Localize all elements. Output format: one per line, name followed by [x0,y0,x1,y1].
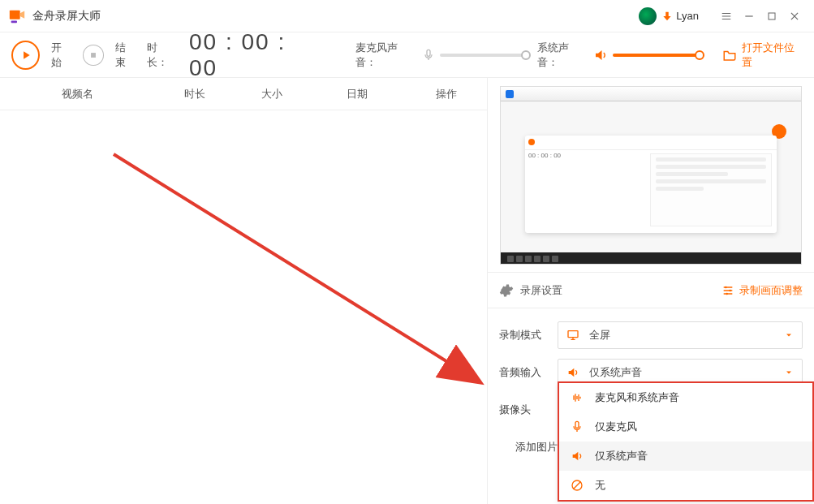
toolbar: 开始 结束 时长： 00 : 00 : 00 麦克风声音： 系统声音： 打开文件… [0,32,814,78]
audio-option-mic-only[interactable]: 仅麦克风 [559,412,812,442]
svg-rect-3 [769,13,775,19]
audio-option-sys-only[interactable]: 仅系统声音 [559,442,812,471]
mic-volume-slider[interactable] [440,54,527,57]
settings-header: 录屏设置 录制画面调整 [488,273,814,308]
folder-icon [722,48,737,62]
username[interactable]: Lyan [676,10,699,22]
microphone-icon [422,49,435,62]
th-size: 大小 [235,87,308,101]
minimize-button[interactable] [738,5,760,28]
duration-label: 时长： [147,41,178,70]
preview-area: 00 : 00 : 00 [488,78,814,273]
open-folder-button[interactable]: 打开文件位置 [722,41,803,70]
sliders-icon [721,284,734,297]
svg-rect-9 [568,331,578,338]
svg-rect-2 [11,20,17,23]
chevron-down-icon [784,368,794,377]
speaker-icon [593,48,608,62]
audio-label: 音频输入 [499,365,558,380]
avatar[interactable] [639,7,657,25]
svg-rect-0 [10,10,20,19]
chevron-down-icon [784,330,794,340]
waveform-icon [571,391,585,404]
start-record-button[interactable] [11,41,40,70]
audio-value: 仅系统声音 [589,365,642,380]
speaker-icon [566,366,581,379]
stop-record-button[interactable] [83,45,103,66]
th-action: 操作 [406,87,487,101]
recordings-panel: 视频名 时长 大小 日期 操作 [0,78,488,504]
menu-button[interactable] [715,5,738,28]
settings-title: 录屏设置 [520,283,562,298]
svg-point-6 [725,286,727,288]
sys-volume-label: 系统声音： [537,41,588,70]
gear-icon [499,283,514,298]
start-label: 开始 [51,41,71,70]
vip-badge-icon [661,11,673,22]
settings-body: 录制模式 全屏 音频输入 仅系统声音 [488,308,814,466]
svg-rect-5 [91,53,96,58]
adjust-label: 录制画面调整 [739,283,803,298]
close-button[interactable] [783,5,806,28]
maximize-button[interactable] [760,5,783,28]
monitor-icon [566,329,581,342]
app-title: 金舟录屏大师 [32,9,101,24]
svg-point-8 [726,292,728,295]
table-header: 视频名 时长 大小 日期 操作 [0,78,487,110]
adjust-button[interactable]: 录制画面调整 [721,283,803,298]
duration-value: 00 : 00 : 00 [189,29,319,81]
sys-volume-group: 系统声音： [537,41,699,70]
titlebar: 金舟录屏大师 Lyan [0,0,814,32]
none-icon [571,479,585,492]
audio-option-none[interactable]: 无 [559,471,812,500]
mic-volume-group: 麦克风声音： [355,41,526,70]
audio-dropdown: 麦克风和系统声音 仅麦克风 仅系统声音 [558,381,814,502]
end-label: 结束 [115,41,136,70]
sys-volume-slider[interactable] [613,54,700,57]
option-label: 麦克风和系统声音 [595,390,679,405]
add-image-label: 添加图片 [515,440,558,454]
th-date: 日期 [308,87,406,101]
speaker-icon [571,450,585,463]
preview-thumbnail: 00 : 00 : 00 [500,86,802,265]
mode-select[interactable]: 全屏 [558,321,803,349]
option-label: 仅系统声音 [595,449,648,463]
option-label: 无 [595,478,605,493]
camera-label: 摄像头 [499,403,558,417]
th-name: 视频名 [0,87,154,101]
mode-value: 全屏 [589,328,610,342]
microphone-icon [571,420,585,433]
mode-label: 录制模式 [499,328,558,342]
audio-option-mic-and-sys[interactable]: 麦克风和系统声音 [559,383,812,412]
app-logo-icon [8,7,26,25]
th-duration: 时长 [154,87,235,101]
option-label: 仅麦克风 [595,420,637,434]
svg-marker-4 [24,51,30,58]
svg-marker-1 [20,11,24,18]
row-mode: 录制模式 全屏 [499,317,803,354]
svg-point-7 [729,289,731,291]
mic-volume-label: 麦克风声音： [355,41,417,70]
open-folder-label: 打开文件位置 [742,41,803,70]
